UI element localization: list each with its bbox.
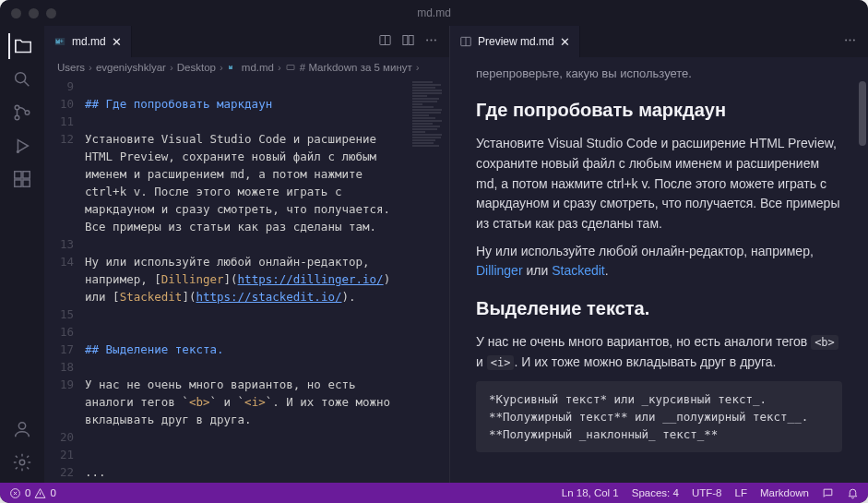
close-icon[interactable]: ✕ [112, 35, 122, 49]
code-line[interactable]: ... [85, 463, 405, 481]
preview-tab-actions [843, 33, 862, 50]
breadcrumb-segment[interactable]: # Markdown за 5 минут [300, 62, 412, 73]
tab-label: Preview md.md [478, 35, 554, 48]
status-cursor-position[interactable]: Ln 18, Col 1 [562, 487, 619, 498]
preview-tabs: Preview md.md ✕ [450, 26, 868, 57]
preview-heading: Где попробовать маркдаун [476, 96, 842, 125]
source-control-icon[interactable] [9, 100, 35, 126]
code-line[interactable]: ## Где попробовать маркдаун [85, 95, 405, 113]
status-problems[interactable]: 0 0 [9, 487, 56, 499]
minimize-window-icon[interactable] [29, 8, 39, 18]
code-line[interactable]: *Курсивный текст* или _курсивный текст_. [85, 481, 405, 483]
svg-point-21 [853, 40, 855, 42]
svg-point-2 [15, 115, 19, 120]
breadcrumb-segment[interactable]: md.md [242, 62, 274, 73]
accounts-icon[interactable] [9, 416, 35, 442]
markdown-file-icon [54, 35, 66, 48]
workbench-body: md.md ✕ Users› evgeniyshklyar› Desktop› … [0, 26, 868, 483]
status-bar: 0 0 Ln 18, Col 1 Spaces: 4 UTF-8 LF Mark… [0, 483, 868, 503]
titlebar[interactable]: md.md [0, 0, 868, 26]
close-icon[interactable]: ✕ [560, 35, 570, 49]
preview-icon [459, 35, 472, 48]
minimap[interactable] [409, 78, 449, 483]
preview-pane: Preview md.md ✕ перепроверьте, какую вы … [450, 26, 868, 483]
scrollbar-thumb[interactable] [859, 81, 866, 146]
breadcrumb-segment[interactable]: evgeniyshklyar [96, 62, 166, 73]
svg-rect-6 [23, 172, 30, 178]
more-actions-icon[interactable] [424, 33, 438, 50]
search-icon[interactable] [9, 66, 35, 92]
split-editor-icon[interactable] [401, 33, 415, 50]
preview-heading: Выделение текста. [476, 294, 842, 323]
code-line[interactable]: У нас не очень много вариантов, но есть … [85, 376, 405, 428]
tab-mdmd[interactable]: md.md ✕ [44, 26, 132, 57]
svg-rect-12 [403, 36, 408, 45]
vscode-window: md.md md.md ✕ [0, 0, 868, 503]
line-numbers: 9 10 11 12 13 14 15 16 17 18 19 [44, 78, 85, 483]
code-line[interactable]: Ну или используйте любой онлайн-редактор… [85, 253, 405, 305]
svg-point-10 [19, 460, 25, 465]
preview-link-dillinger[interactable]: Dillinger [476, 263, 523, 278]
traffic-lights [11, 8, 56, 18]
code-editor[interactable]: 9 10 11 12 13 14 15 16 17 18 19 [44, 78, 449, 483]
svg-rect-17 [287, 66, 294, 70]
preview-paragraph: У нас не очень много вариантов, но есть … [476, 332, 842, 372]
svg-point-0 [16, 73, 26, 83]
status-encoding[interactable]: UTF-8 [692, 487, 722, 498]
editor-tab-actions [378, 33, 444, 50]
feedback-icon[interactable] [822, 487, 834, 499]
symbol-string-icon [285, 62, 296, 73]
extensions-icon[interactable] [9, 166, 35, 192]
editor-pane: md.md ✕ Users› evgeniyshklyar› Desktop› … [44, 26, 450, 483]
svg-rect-13 [409, 36, 413, 45]
explorer-icon[interactable] [8, 33, 34, 59]
window-title: md.md [417, 6, 451, 19]
code-line[interactable]: Установите Visual Studio Code и расширен… [85, 130, 405, 235]
svg-point-3 [25, 111, 30, 115]
svg-point-19 [845, 40, 847, 42]
preview-paragraph: Ну или используйте любой онлайн-редактор… [476, 242, 842, 281]
svg-rect-8 [23, 180, 30, 186]
status-language-mode[interactable]: Markdown [760, 487, 809, 498]
svg-point-14 [426, 40, 428, 42]
svg-point-16 [434, 40, 436, 42]
status-indentation[interactable]: Spaces: 4 [632, 487, 679, 498]
preview-code: <i> [487, 355, 515, 370]
code-line[interactable]: ## Выделение текста. [85, 341, 405, 358]
run-debug-icon[interactable] [9, 133, 35, 159]
svg-rect-5 [15, 172, 21, 178]
tab-preview[interactable]: Preview md.md ✕ [450, 26, 580, 57]
activity-bar [0, 26, 44, 483]
tab-label: md.md [72, 35, 106, 48]
markdown-file-icon [227, 62, 238, 73]
editor-group: md.md ✕ Users› evgeniyshklyar› Desktop› … [44, 26, 868, 483]
preview-text: перепроверьте, какую вы используете. [476, 65, 842, 83]
svg-point-9 [18, 423, 25, 429]
preview-link-stackedit[interactable]: Stackedit [552, 263, 605, 278]
svg-point-15 [431, 40, 433, 42]
preview-paragraph: Установите Visual Studio Code и расширен… [476, 134, 842, 234]
code-lines[interactable]: ## Где попробовать маркдаун Установите V… [85, 78, 409, 483]
svg-rect-7 [15, 180, 21, 186]
preview-code-block: *Курсивный текст* или _курсивный текст_.… [476, 381, 842, 452]
editor-tabs: md.md ✕ [44, 26, 449, 57]
more-actions-icon[interactable] [843, 33, 857, 50]
settings-gear-icon[interactable] [9, 449, 35, 475]
status-eol[interactable]: LF [735, 487, 747, 498]
svg-point-1 [15, 105, 19, 110]
svg-point-20 [850, 40, 851, 42]
open-preview-icon[interactable] [378, 33, 392, 50]
breadcrumb-segment[interactable]: Users [57, 62, 85, 73]
breadcrumb-segment[interactable]: Desktop [177, 62, 216, 73]
zoom-window-icon[interactable] [46, 8, 56, 18]
notifications-bell-icon[interactable] [847, 487, 859, 499]
breadcrumb[interactable]: Users› evgeniyshklyar› Desktop› md.md› #… [44, 57, 449, 78]
close-window-icon[interactable] [11, 8, 21, 18]
markdown-preview[interactable]: перепроверьте, какую вы используете. Где… [450, 57, 868, 483]
preview-code: <b> [811, 335, 838, 350]
